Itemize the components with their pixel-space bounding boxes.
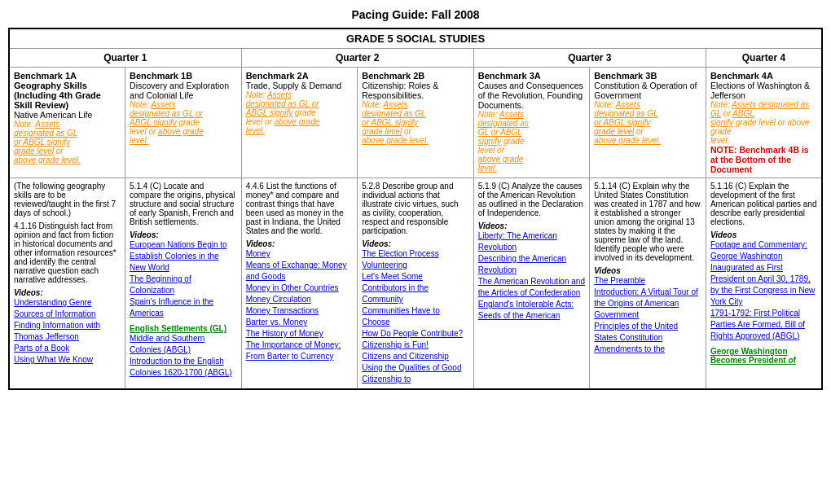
col3-video-4[interactable]: Money Circulation <box>246 294 354 305</box>
benchmark-2a-note: Note: Assets designated as GL or ABGL si… <box>246 90 354 135</box>
benchmark-4a-subtitle: Elections of Washington & Jefferson <box>710 81 817 100</box>
col4-video-1[interactable]: The Election Process <box>362 248 469 260</box>
benchmark-2b-title: Benchmark 2B <box>362 71 469 81</box>
col1-standard1: (The following geography skills are to b… <box>14 182 121 217</box>
col4-videos-label: Videos: <box>362 239 469 248</box>
col1-standard2: 4.1.16 Distinguish fact from opinion and… <box>14 221 121 284</box>
col4-video-4[interactable]: Communities Have to Choose <box>362 305 469 328</box>
quarter3-header: Quarter 3 <box>473 49 706 68</box>
col1-video-4[interactable]: Using What We Know <box>14 354 121 366</box>
benchmark-3a-note: Note: Assets designated as GL or ABGL si… <box>478 110 586 173</box>
col6-video-3[interactable]: Principles of the United States Constitu… <box>594 321 701 344</box>
benchmark-1a-title: Benchmark 1A Geography Skills (Including… <box>14 71 121 110</box>
benchmark-4a-title: Benchmark 4A <box>710 71 817 81</box>
benchmark-3b-note: Note: Assets designated as GL or ABGL si… <box>594 100 701 145</box>
grade-header: GRADE 5 SOCIAL STUDIES <box>9 28 822 49</box>
benchmark-2b-subtitle: Citizenship: Roles & Responsibilities. <box>362 81 469 100</box>
page-title: Pacing Guide: Fall 2008 <box>8 8 823 21</box>
col5-video-1[interactable]: Liberty: The American Revolution <box>478 230 586 253</box>
col5-video-4[interactable]: England's Intolerable Acts: Seeds of the… <box>478 299 586 322</box>
benchmark-1b-subtitle: Discovery and Exploration and Colonial L… <box>130 81 237 100</box>
col4-standard: 5.2.8 Describe group and individual acti… <box>362 182 469 235</box>
benchmark-1b-note: Note: Assets designated as GL or ABGL si… <box>130 100 237 145</box>
benchmark-4a-special-note: NOTE: Benchmark 4B is at the Bottom of t… <box>710 145 817 174</box>
col2-video-1[interactable]: European Nations Begin to Establish Colo… <box>130 239 237 274</box>
col3-videos-label: Videos: <box>246 239 354 248</box>
col2-video-3[interactable]: Spain's Influence in the Americas <box>130 296 237 319</box>
col5-video-3[interactable]: The American Revolution and the Articles… <box>478 276 586 299</box>
col2-more-video-2[interactable]: Introduction to the English Colonies 162… <box>130 356 237 379</box>
col7-video-1[interactable]: Footage and Commentary: George Washingto… <box>710 239 817 308</box>
col6-videos-label: Videos <box>594 266 701 275</box>
col2-bold-item: English Settlements (GL) <box>130 324 237 333</box>
benchmark-3b-subtitle: Constitution & Operation of Government <box>594 81 701 100</box>
col7-bold-item: George Washington Becomes President of <box>710 347 817 365</box>
benchmark-2b-note: Note: Assets designated as GL or ABGL si… <box>362 100 469 145</box>
col3-standard: 4.4.6 List the functions of money* and c… <box>246 182 354 235</box>
col2-standard: 5.1.4 (C) Locate and compare the origins… <box>130 182 237 226</box>
quarter4-header: Quarter 4 <box>706 49 822 68</box>
quarter1-header: Quarter 1 <box>9 49 241 68</box>
benchmark-3a-subtitle: Causes and Consequences of the Revolutio… <box>478 81 586 110</box>
col3-video-2[interactable]: Means of Exchange: Money and Goods <box>246 260 354 283</box>
col3-video-3[interactable]: Money in Other Countries <box>246 283 354 294</box>
col6-video-2[interactable]: Introduction: A Virtual Tour of the Orig… <box>594 287 701 321</box>
col7-video-2[interactable]: 1791-1792: First Political Parties Are F… <box>710 308 817 342</box>
col6-standard: 5.1.14 (C) Explain why the United States… <box>594 182 701 262</box>
col5-standard: 5.1.9 (C) Analyze the causes of the Amer… <box>478 182 586 217</box>
col3-video-5[interactable]: Money Transactions <box>246 305 354 317</box>
col6-video-1[interactable]: The Preamble <box>594 275 701 287</box>
col1-video-2[interactable]: Finding Information with Thomas Jefferso… <box>14 320 121 343</box>
quarter2-header: Quarter 2 <box>241 49 473 68</box>
benchmark-2a-title: Benchmark 2A <box>246 71 354 81</box>
col1-video-1[interactable]: Understanding Genre Sources of Informati… <box>14 297 121 320</box>
col4-video-7[interactable]: Citizens and Citizenship <box>362 351 469 362</box>
benchmark-3a-title: Benchmark 3A <box>478 71 586 81</box>
col2-video-2[interactable]: The Beginning of Colonization <box>130 274 237 296</box>
col6-video-4[interactable]: Amendments to the <box>594 344 701 355</box>
col3-video-1[interactable]: Money <box>246 248 354 260</box>
benchmark-3b-title: Benchmark 3B <box>594 71 701 81</box>
col5-video-2[interactable]: Describing the American Revolution <box>478 253 586 276</box>
col4-video-6[interactable]: Citizenship is Fun! <box>362 340 469 351</box>
col4-video-3[interactable]: Let's Meet Some Contributors in the Comm… <box>362 271 469 305</box>
col4-video-5[interactable]: How Do People Contribute? <box>362 328 469 340</box>
benchmark-1b-title: Benchmark 1B <box>130 71 237 81</box>
col4-video-8[interactable]: Using the Qualities of Good Citizenship … <box>362 362 469 385</box>
col3-video-8[interactable]: The Importance of Money: From Barter to … <box>246 340 354 362</box>
col2-videos-label: Videos: <box>130 230 237 239</box>
col5-videos-label: Videos: <box>478 221 586 230</box>
col1-videos-label: Videos: <box>14 288 121 297</box>
col4-video-2[interactable]: Volunteering <box>362 260 469 271</box>
col1-video-3[interactable]: Parts of a Book <box>14 343 121 354</box>
col3-video-6[interactable]: Barter vs. Money <box>246 317 354 328</box>
col3-video-7[interactable]: The History of Money <box>246 328 354 340</box>
benchmark-4a-note: Note: Assets designated as GL or ABGL si… <box>710 100 817 145</box>
benchmark-1a-subtitle: Native American Life <box>14 110 121 120</box>
col2-more-video-1[interactable]: Middle and Southern Colonies (ABGL) <box>130 333 237 356</box>
benchmark-2a-subtitle: Trade, Supply & Demand <box>246 81 354 90</box>
col7-standard: 5.1.16 (C) Explain the development of th… <box>710 182 817 226</box>
col7-videos-label: Videos <box>710 230 817 239</box>
benchmark-1a-note: Note: Assets designated as GL or ABGL si… <box>14 120 121 164</box>
